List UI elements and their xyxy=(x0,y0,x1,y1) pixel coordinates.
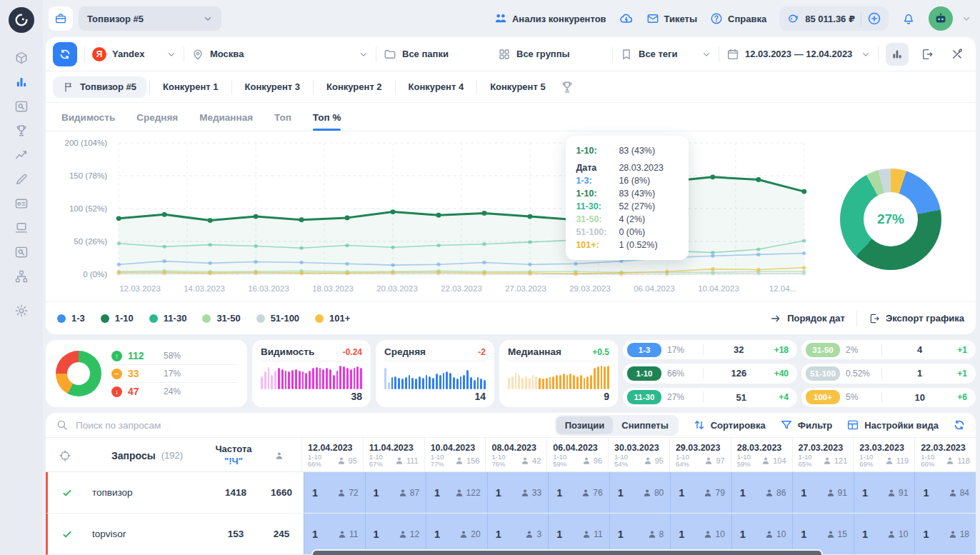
date-column-header[interactable]: 10.04.20231-1077%156 xyxy=(424,438,486,471)
tickets-link[interactable]: Тикеты xyxy=(646,12,697,25)
position-cell[interactable]: 172 xyxy=(304,472,365,513)
region-selector[interactable]: Москва xyxy=(191,48,369,61)
position-pill[interactable]: 11-3027%51+4 xyxy=(623,388,797,407)
queries-column-header[interactable]: Запросы(192) xyxy=(84,438,210,471)
frequency-column-header[interactable]: Частота"!Ч" xyxy=(210,438,257,471)
export-button[interactable] xyxy=(916,43,939,66)
position-cell[interactable]: 1122 xyxy=(426,472,487,513)
notifications-button[interactable] xyxy=(901,11,916,26)
row-check[interactable] xyxy=(48,472,86,513)
position-cell[interactable]: 110 xyxy=(854,514,915,554)
position-pill[interactable]: 51-1000.52%1+1 xyxy=(801,364,976,383)
position-cell[interactable]: 120 xyxy=(426,514,487,554)
date-column-header[interactable]: 30.03.20231-1054%95 xyxy=(608,438,669,471)
competitors-analysis-link[interactable]: Анализ конкурентов xyxy=(494,12,606,25)
table-row[interactable]: топвизор14181660172187112213317618017918… xyxy=(46,472,976,514)
date-column-header[interactable]: 27.03.20231-1065%121 xyxy=(792,438,854,471)
chart-plot-area[interactable]: 12.03.202314.03.202316.03.202318.03.2023… xyxy=(113,137,810,301)
reload-table-button[interactable] xyxy=(953,419,966,431)
winners-cup-button[interactable] xyxy=(560,80,574,94)
folders-selector[interactable]: Все папки xyxy=(384,48,491,61)
date-column-header[interactable]: 08.04.20231-1076%42 xyxy=(485,438,546,471)
date-column-header[interactable]: 12.04.20231-1066%95 xyxy=(301,438,363,471)
sidebar-item-competitors[interactable] xyxy=(9,119,34,143)
date-column-header[interactable]: 23.03.20231-1069%119 xyxy=(853,438,914,471)
project-tab[interactable]: Конкурент 4 xyxy=(399,76,474,97)
position-cell[interactable]: 179 xyxy=(670,472,731,513)
project-selector[interactable]: Топвизор #5 xyxy=(79,6,221,31)
position-cell[interactable]: 110 xyxy=(670,514,731,554)
user-avatar[interactable] xyxy=(929,6,953,31)
sidebar-item-audit[interactable] xyxy=(9,216,34,240)
position-cell[interactable]: 184 xyxy=(914,472,976,513)
position-cell[interactable]: 187 xyxy=(365,472,426,513)
position-cell[interactable]: 118 xyxy=(914,514,976,554)
date-order-button[interactable]: Порядок дат xyxy=(770,313,845,324)
tools-button[interactable] xyxy=(946,43,969,66)
project-briefcase-button[interactable] xyxy=(49,6,73,31)
view-toggle-option[interactable]: Сниппеты xyxy=(613,416,676,434)
tags-selector[interactable]: Все теги xyxy=(620,48,711,61)
visitors-column-header[interactable] xyxy=(257,438,301,471)
date-range-selector[interactable]: 12.03.2023 — 12.04.2023 xyxy=(726,48,871,61)
position-cell[interactable]: 180 xyxy=(609,472,671,513)
date-column-header[interactable]: 28.03.20231-1059%104 xyxy=(731,438,792,471)
project-tab[interactable]: Конкурент 1 xyxy=(153,76,229,97)
project-tab[interactable]: Конкурент 2 xyxy=(316,76,392,97)
position-cell[interactable]: 112 xyxy=(365,514,426,554)
metric-tab[interactable]: Топ xyxy=(274,112,291,131)
sidebar-item-trends[interactable] xyxy=(9,143,34,167)
add-funds-icon[interactable] xyxy=(867,11,881,26)
legend-item[interactable]: 31-50 xyxy=(202,313,240,324)
legend-item[interactable]: 101+ xyxy=(315,313,350,324)
date-column-header[interactable]: 11.04.20231-1067%111 xyxy=(363,438,424,471)
view-settings-button[interactable]: Настройки вида xyxy=(846,419,939,431)
legend-item[interactable]: 11-30 xyxy=(149,313,187,324)
import-cloud-button[interactable] xyxy=(619,11,634,26)
position-pill[interactable]: 31-502%4+1 xyxy=(801,340,976,359)
row-check[interactable] xyxy=(48,514,86,554)
legend-item[interactable]: 1-10 xyxy=(101,313,134,324)
target-column-header[interactable] xyxy=(46,438,84,471)
metric-tab[interactable]: Медианная xyxy=(199,112,253,131)
sidebar-item-positions[interactable] xyxy=(9,70,34,94)
project-tab[interactable]: Конкурент 3 xyxy=(235,76,311,97)
search-input[interactable] xyxy=(76,420,548,431)
position-pill[interactable]: 1-317%32+18 xyxy=(623,340,797,359)
legend-item[interactable]: 1-3 xyxy=(57,313,85,324)
project-tab[interactable]: Конкурент 5 xyxy=(480,76,556,97)
view-toggle-option[interactable]: Позиции xyxy=(556,416,614,434)
position-pill[interactable]: 100+5%10+6 xyxy=(801,388,976,407)
balance-pill[interactable]: 85 011.36 ₽ xyxy=(779,6,889,31)
position-cell[interactable]: 186 xyxy=(731,472,793,513)
refresh-button[interactable] xyxy=(53,42,77,66)
project-tab[interactable]: Топвизор #5 xyxy=(53,76,146,98)
export-chart-button[interactable]: Экспорт графика xyxy=(869,313,964,324)
date-column-header[interactable]: 22.03.20231-1066%118 xyxy=(914,438,976,471)
sidebar-item-ads[interactable] xyxy=(9,191,34,216)
date-column-header[interactable]: 29.03.20231-1064%97 xyxy=(669,438,731,471)
search-engine-selector[interactable]: Я Yandex xyxy=(92,47,176,61)
horizontal-scrollbar[interactable] xyxy=(311,549,823,555)
position-pill[interactable]: 1-1066%126+40 xyxy=(623,364,797,383)
metric-tab[interactable]: Топ % xyxy=(313,112,341,131)
position-cell[interactable]: 110 xyxy=(731,514,793,554)
position-cell[interactable]: 13 xyxy=(487,514,549,554)
metric-tab[interactable]: Видимость xyxy=(61,112,115,131)
top-distribution-donut[interactable]: 27% xyxy=(840,169,941,270)
legend-item[interactable]: 51-100 xyxy=(256,313,299,324)
sidebar-item-links[interactable] xyxy=(9,264,34,289)
filter-button[interactable]: Фильтр xyxy=(780,419,833,431)
query-cell[interactable]: топвизор xyxy=(86,472,212,513)
date-column-header[interactable]: 06.04.20231-1059%96 xyxy=(546,438,608,471)
sidebar-item-pages[interactable] xyxy=(9,240,34,264)
position-cell[interactable]: 176 xyxy=(548,472,609,513)
sidebar-item-editor[interactable] xyxy=(9,167,34,191)
sidebar-item-settings[interactable] xyxy=(9,299,34,323)
sort-button[interactable]: Сортировка xyxy=(693,419,766,431)
groups-selector[interactable]: Все группы xyxy=(498,48,605,61)
position-cell[interactable]: 115 xyxy=(792,514,854,554)
topvisor-logo[interactable] xyxy=(9,7,34,33)
toggle-chart-button[interactable] xyxy=(886,43,909,66)
help-link[interactable]: Справка xyxy=(710,12,766,25)
